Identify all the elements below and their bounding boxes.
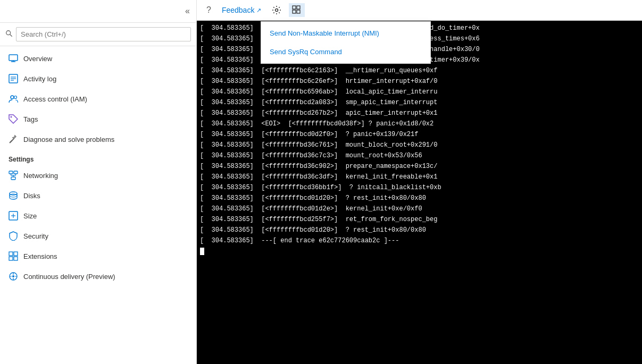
sidebar-item-label-disks: Disks (23, 192, 40, 200)
sidebar-item-networking[interactable]: Networking (0, 165, 196, 185)
sidebar-item-security[interactable]: Security (0, 226, 196, 246)
console-line: [ 304.583365] [<ffffffffbcd2a083>] smp_a… (197, 97, 642, 108)
help-button[interactable]: ? (203, 3, 214, 17)
cd-icon (9, 272, 18, 281)
svg-point-22 (10, 194, 17, 197)
gear-icon (272, 5, 281, 15)
search-box (0, 23, 196, 46)
disks-icon (9, 191, 18, 200)
svg-point-10 (14, 96, 17, 99)
question-mark-icon: ? (206, 5, 211, 15)
wrench-icon (9, 134, 18, 144)
sidebar-item-label-extensions: Extensions (23, 252, 57, 260)
console-line: [ 304.583365] [<ffffffffbd36c761>] mount… (197, 140, 642, 150)
toolbar: ? Feedback ↗ Send Non-Maskable Interrupt… (197, 0, 642, 21)
console-line: [ 304.583365] <EOI> [<ffffffffbcd0d38f>]… (197, 118, 642, 129)
console-line: [ 304.583365] [<ffffffffbd36c3df>] kerne… (197, 172, 642, 182)
svg-rect-14 (9, 171, 13, 174)
sidebar-item-label-activity-log: Activity log (23, 75, 56, 83)
sidebar-item-label-networking: Networking (23, 172, 58, 180)
sidebar: « Overview Activity log Access control (0, 0, 197, 364)
console-cursor-line (197, 246, 642, 257)
people-icon (9, 94, 18, 104)
feedback-button[interactable]: Feedback ↗ (219, 4, 264, 16)
sidebar-item-disks[interactable]: Disks (0, 185, 196, 206)
svg-point-9 (11, 96, 14, 99)
security-icon (9, 231, 18, 241)
feedback-label: Feedback (222, 6, 254, 14)
console-line: [ 304.583365] [<ffffffffbcd0d2f0>] ? pan… (197, 129, 642, 140)
console-line: [ 304.583365] [<ffffffffbcd01d20>] ? res… (197, 225, 642, 235)
networking-icon (9, 171, 18, 180)
settings-button[interactable] (269, 3, 285, 17)
svg-point-11 (11, 116, 12, 118)
svg-rect-36 (297, 10, 300, 13)
svg-rect-34 (297, 6, 300, 9)
sidebar-item-label-diagnose: Diagnose and solve problems (23, 136, 114, 143)
size-icon (9, 211, 18, 221)
sidebar-nav: Overview Activity log Access control (IA… (0, 46, 196, 289)
console-line: [ 304.583365] [<ffffffffbc6596ab>] local… (197, 87, 642, 97)
console-line: [ 304.583365] [<ffffffffbcd01d20>] ? res… (197, 193, 642, 204)
svg-rect-16 (11, 177, 15, 180)
console-output[interactable]: [ 304.583365] [< ned_do_timer+0x [ 304.5… (197, 21, 642, 364)
sidebar-item-label-overview: Overview (23, 55, 52, 63)
console-line: [ 304.583365] [<ffffffffbd36c902>] prepa… (197, 161, 642, 172)
svg-line-1 (10, 35, 12, 37)
sidebar-item-size[interactable]: Size (0, 206, 196, 226)
console-line: [ 304.583365] ---[ end trace e62c772609c… (197, 235, 642, 246)
console-cursor (200, 248, 204, 255)
svg-rect-15 (14, 171, 18, 174)
sidebar-item-iam[interactable]: Access control (IAM) (0, 89, 196, 109)
external-link-icon: ↗ (256, 7, 261, 14)
console-line: [ 304.583365] [<ffffffffbc6c2163>] __hrt… (197, 65, 642, 76)
console-line: [ 304.583365] [<ffffffffbd36c7c3>] mount… (197, 150, 642, 161)
extensions-icon (9, 251, 18, 261)
svg-rect-35 (293, 10, 296, 13)
sidebar-item-diagnose[interactable]: Diagnose and solve problems (0, 129, 196, 149)
svg-point-31 (12, 275, 14, 277)
console-line: [ 304.583365] [<ffffffffbcd01d2e>] kerne… (197, 204, 642, 214)
grid-icon (292, 5, 302, 15)
console-line: [ 304.583365] [<ffffffffbc6c26ef>] hrtim… (197, 76, 642, 87)
console-line: [ 304.583365] [<ffffffffbcd36bb1f>] ? in… (197, 182, 642, 193)
svg-point-0 (6, 31, 11, 35)
sidebar-item-continuous-delivery[interactable]: Continuous delivery (Preview) (0, 266, 196, 286)
sidebar-item-label-size: Size (23, 212, 37, 220)
console-line: [ 304.583365] [<ffffffffbcd267b2>] apic_… (197, 108, 642, 118)
svg-rect-2 (9, 55, 18, 61)
console-line: [ 304.583365] [<ffffffffbcd255f7>] ret_f… (197, 214, 642, 225)
svg-point-32 (276, 9, 278, 12)
sidebar-item-label-cd: Continuous delivery (Preview) (23, 273, 115, 281)
sidebar-item-label-security: Security (23, 232, 48, 240)
svg-rect-29 (14, 257, 18, 260)
svg-rect-33 (293, 6, 296, 9)
svg-rect-26 (9, 252, 13, 256)
sidebar-item-extensions[interactable]: Extensions (0, 246, 196, 266)
monitor-icon (9, 54, 18, 63)
sidebar-item-label-iam: Access control (IAM) (23, 95, 87, 103)
tag-icon (9, 114, 18, 124)
dropdown-menu: Send Non-Maskable Interrupt (NMI) Send S… (261, 21, 431, 64)
svg-rect-28 (9, 257, 13, 260)
sidebar-item-overview[interactable]: Overview (0, 48, 196, 69)
svg-rect-27 (14, 252, 18, 256)
dropdown-item-nmi[interactable]: Send Non-Maskable Interrupt (NMI) (261, 24, 430, 43)
svg-line-13 (10, 140, 12, 142)
grid-button[interactable] (289, 3, 305, 17)
list-icon (9, 74, 18, 83)
dropdown-item-sysrq[interactable]: Send SysRq Command (261, 43, 430, 61)
sidebar-header: « (0, 0, 196, 23)
sidebar-item-activity-log[interactable]: Activity log (0, 69, 196, 89)
sidebar-item-tags[interactable]: Tags (0, 109, 196, 129)
settings-section-label: Settings (0, 149, 196, 165)
collapse-sidebar-button[interactable]: « (181, 2, 194, 20)
main-area: ? Feedback ↗ Send Non-Maskable Interrupt… (197, 0, 642, 364)
sidebar-item-label-tags: Tags (23, 115, 38, 123)
search-input[interactable] (16, 27, 191, 41)
search-icon (5, 30, 13, 39)
